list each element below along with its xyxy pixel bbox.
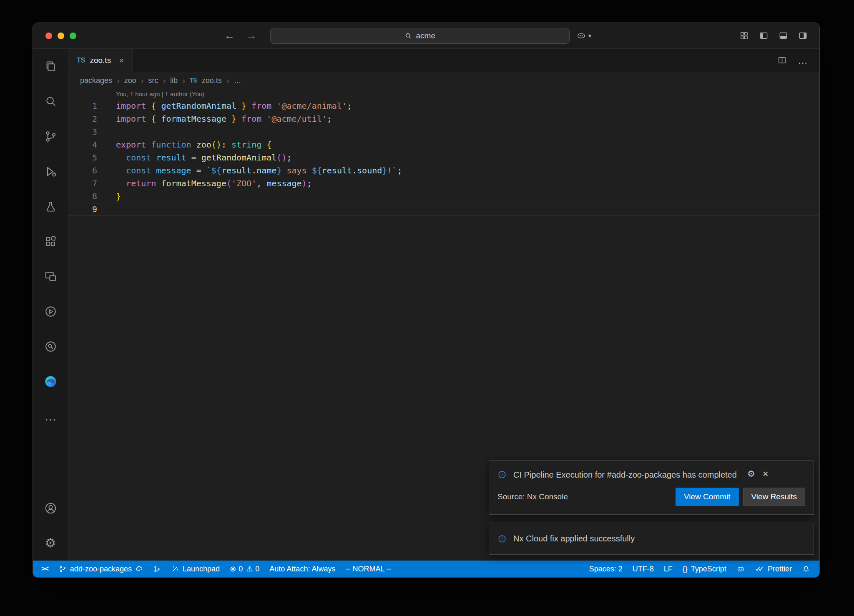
code-line-content	[97, 125, 116, 138]
close-window-button[interactable]	[45, 33, 52, 39]
remote-indicator[interactable]: ><	[35, 561, 54, 577]
code-line-1[interactable]: 1import { getRandomAnimal } from '@acme/…	[68, 100, 819, 113]
run-debug-icon[interactable]	[33, 154, 68, 189]
tab-zoo-ts[interactable]: TS zoo.ts ×	[68, 49, 133, 72]
line-number: 5	[68, 151, 97, 164]
split-editor-icon[interactable]	[777, 55, 787, 65]
editor-more-actions-icon[interactable]: …	[798, 58, 808, 63]
bell-icon	[802, 565, 810, 573]
status-bar: >< add-zoo-packages	[33, 561, 819, 577]
git-branch-icon	[59, 565, 67, 573]
notification-message: CI Pipeline Execution for #add-zoo-packa…	[513, 469, 741, 481]
testing-icon[interactable]	[33, 189, 68, 224]
zoom-window-button[interactable]	[70, 33, 76, 39]
code-lines: 1import { getRandomAnimal } from '@acme/…	[68, 100, 819, 216]
chevron-right-icon: ›	[182, 76, 185, 85]
line-number: 2	[68, 113, 97, 125]
code-line-content: export function zoo(): string {	[97, 138, 271, 151]
typescript-file-icon: TS	[190, 77, 197, 84]
code-line-8[interactable]: 8}	[68, 190, 819, 203]
breadcrumb-item-src[interactable]: src	[148, 76, 158, 85]
branch-status[interactable]: add-zoo-packages	[54, 561, 148, 577]
breadcrumb-item-lib[interactable]: lib	[170, 76, 178, 85]
tab-bar: TS zoo.ts × …	[68, 49, 819, 72]
screen: ← → acme ▾	[0, 0, 854, 616]
breadcrumb-item-file[interactable]: zoo.ts	[202, 76, 222, 85]
toggle-primary-sidebar-icon[interactable]	[759, 31, 769, 40]
language-mode-status[interactable]: {} TypeScript	[678, 561, 731, 577]
braces-icon: {}	[683, 565, 688, 573]
back-arrow-icon[interactable]: ←	[224, 30, 235, 42]
notification-close-icon[interactable]: ×	[763, 469, 769, 479]
formatter-status[interactable]: ✓✓ Prettier	[750, 561, 797, 577]
minimize-window-button[interactable]	[58, 33, 64, 39]
breadcrumb-item-zoo[interactable]: zoo	[124, 76, 136, 85]
nx-console-icon[interactable]	[33, 294, 68, 329]
notifications-bell[interactable]	[797, 561, 815, 577]
code-line-4[interactable]: 4export function zoo(): string {	[68, 138, 819, 151]
notification-toast-nx-cloud: Nx Cloud fix applied successfully	[489, 523, 814, 555]
more-views-icon[interactable]: …	[33, 399, 68, 434]
notification-message: Nx Cloud fix applied successfully	[513, 533, 805, 545]
view-results-button[interactable]: View Results	[743, 488, 805, 506]
vscode-window: ← → acme ▾	[33, 23, 820, 578]
explorer-icon[interactable]	[33, 49, 68, 84]
line-number: 7	[68, 177, 97, 190]
indentation-status[interactable]: Spaces: 2	[584, 561, 628, 577]
search-sidebar-icon[interactable]	[33, 84, 68, 119]
line-number: 3	[68, 125, 97, 138]
code-line-3[interactable]: 3	[68, 125, 819, 138]
info-icon	[497, 534, 507, 543]
command-center-search[interactable]: acme	[270, 28, 570, 44]
remote-explorer-icon[interactable]	[33, 259, 68, 294]
eol-status[interactable]: LF	[659, 561, 678, 577]
chevron-right-icon: ›	[117, 76, 120, 85]
source-control-icon[interactable]	[33, 119, 68, 154]
line-number: 8	[68, 190, 97, 203]
vim-mode-status[interactable]: -- NORMAL --	[340, 561, 396, 577]
breadcrumb: packages › zoo › src › lib › TS zoo.ts ›…	[68, 72, 819, 89]
code-line-6[interactable]: 6 const message = `${result.name} says $…	[68, 164, 819, 177]
code-inspect-icon[interactable]	[33, 329, 68, 364]
codelens-annotation[interactable]: You, 1 hour ago | 1 author (You)	[68, 89, 819, 100]
view-commit-button[interactable]: View Commit	[676, 488, 739, 506]
copilot-icon	[736, 565, 745, 573]
git-graph-icon	[153, 565, 161, 573]
problems-status[interactable]: ⊗ 0 ⚠ 0	[225, 561, 264, 577]
notification-source: Source: Nx Console	[497, 492, 568, 501]
breadcrumb-item-symbol[interactable]: …	[234, 76, 241, 85]
edge-browser-icon[interactable]	[33, 364, 68, 399]
errors-icon: ⊗	[230, 565, 236, 573]
account-icon[interactable]	[33, 491, 68, 526]
launchpad-icon	[171, 565, 179, 573]
tab-close-icon[interactable]: ×	[119, 56, 124, 65]
warnings-count: 0	[255, 565, 259, 573]
settings-gear-icon[interactable]: ⚙	[33, 526, 68, 561]
code-line-9[interactable]: 9	[68, 203, 819, 216]
code-line-7[interactable]: 7 return formatMessage('ZOO', message);	[68, 177, 819, 190]
encoding-status[interactable]: UTF-8	[628, 561, 659, 577]
copilot-status[interactable]	[731, 561, 750, 577]
code-line-5[interactable]: 5 const result = getRandomAnimal();	[68, 151, 819, 164]
breadcrumb-item-packages[interactable]: packages	[80, 76, 112, 85]
formatter-label: Prettier	[768, 565, 792, 573]
copilot-menu[interactable]: ▾	[576, 31, 592, 41]
auto-attach-status[interactable]: Auto Attach: Always	[264, 561, 340, 577]
git-graph-status[interactable]	[148, 561, 166, 577]
forward-arrow-icon[interactable]: →	[246, 30, 257, 42]
extensions-icon[interactable]	[33, 224, 68, 259]
notification-settings-gear-icon[interactable]: ⚙	[747, 469, 755, 479]
customize-layout-icon[interactable]	[739, 31, 749, 40]
launchpad-status[interactable]: Launchpad	[166, 561, 225, 577]
chevron-down-icon: ▾	[588, 32, 592, 40]
code-line-content: }	[97, 190, 121, 203]
chevron-right-icon: ›	[141, 76, 144, 85]
code-line-content	[97, 203, 116, 216]
toggle-secondary-sidebar-icon[interactable]	[798, 31, 808, 40]
code-line-2[interactable]: 2import { formatMessage } from '@acme/ut…	[68, 113, 819, 125]
info-icon	[497, 470, 507, 479]
double-check-icon: ✓✓	[755, 564, 761, 573]
toggle-panel-icon[interactable]	[779, 31, 788, 40]
window-controls	[45, 33, 76, 39]
search-icon	[404, 32, 412, 40]
